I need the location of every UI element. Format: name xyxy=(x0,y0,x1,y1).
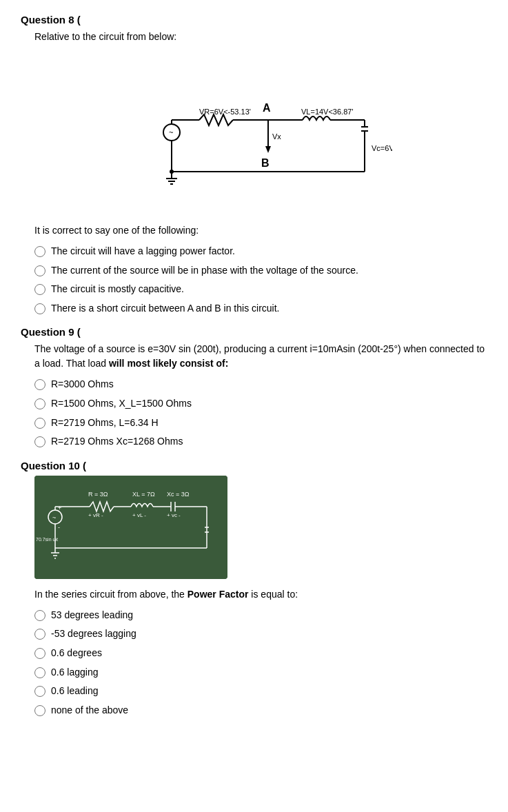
q10-option-2[interactable]: -53 degrees lagging xyxy=(34,627,487,641)
q9-option-4[interactable]: R=2719 Ohms Xc=1268 Ohms xyxy=(34,435,487,449)
q10-option-4[interactable]: 0.6 lagging xyxy=(34,666,487,680)
q8-circuit-diagram: A B xyxy=(34,51,487,210)
q10-option-1[interactable]: 53 degrees leading xyxy=(34,609,487,622)
q9-option-3[interactable]: R=2719 Ohms, L=6.34 H xyxy=(34,416,487,430)
q10-radio-3[interactable] xyxy=(34,648,45,659)
q8-radio-1[interactable] xyxy=(34,246,45,257)
svg-text:Xc = 3Ω: Xc = 3Ω xyxy=(167,491,190,498)
q8-question: It is correct to say one of the followin… xyxy=(34,223,487,238)
q9-title: Question 9 ( xyxy=(21,326,487,338)
q8-option-4[interactable]: There is a short circuit between A and B… xyxy=(34,302,487,316)
svg-text:70.7sin ωt: 70.7sin ωt xyxy=(36,537,58,542)
q8-intro: Relative to the circuit from below: xyxy=(34,30,487,44)
node-a-label: A xyxy=(263,102,271,114)
node-b-label: B xyxy=(261,157,270,169)
q10-radio-4[interactable] xyxy=(34,667,45,678)
q8-radio-4[interactable] xyxy=(34,303,45,314)
q10-option-5[interactable]: 0.6 leading xyxy=(34,684,487,698)
svg-text:~: ~ xyxy=(169,128,173,136)
q9-radio-4[interactable] xyxy=(34,436,45,447)
q9-options: R=3000 Ohms R=1500 Ohms, X_L=1500 Ohms R… xyxy=(34,378,487,448)
q10-title: Question 10 ( xyxy=(21,460,487,471)
q8-options: The circuit will have a lagging power fa… xyxy=(34,245,487,315)
svg-text:+ vL -: + vL - xyxy=(132,512,146,518)
q10-options: 53 degrees leading -53 degrees lagging 0… xyxy=(34,609,487,718)
q10-radio-5[interactable] xyxy=(34,686,45,697)
svg-text:XL = 7Ω: XL = 7Ω xyxy=(132,491,155,498)
q10-option-3[interactable]: 0.6 degrees xyxy=(34,647,487,660)
q9-option-2[interactable]: R=1500 Ohms, X_L=1500 Ohms xyxy=(34,397,487,411)
svg-text:+: + xyxy=(58,505,61,511)
q9-option-1[interactable]: R=3000 Ohms xyxy=(34,378,487,392)
q10-radio-1[interactable] xyxy=(34,610,45,621)
q8-radio-3[interactable] xyxy=(34,284,45,295)
q8-radio-2[interactable] xyxy=(34,265,45,276)
svg-text:~: ~ xyxy=(52,514,56,521)
vl-label: VL=14V<36.87' xyxy=(301,108,354,116)
q10-radio-2[interactable] xyxy=(34,629,45,640)
q9-intro: The voltage of a source is e=30V sin (20… xyxy=(34,342,487,371)
svg-text:+ vR -: + vR - xyxy=(88,512,103,518)
q10-circuit-image: ~ R = 3Ω XL = 7Ω Xc = 3Ω + vR - + vL - +… xyxy=(34,476,227,579)
q9-radio-1[interactable] xyxy=(34,379,45,390)
svg-point-20 xyxy=(170,170,174,174)
q10-circuit-svg: ~ R = 3Ω XL = 7Ω Xc = 3Ω + vR - + vL - +… xyxy=(34,476,227,579)
question-10: Question 10 ( xyxy=(21,460,487,718)
q10-circuit-container: ~ R = 3Ω XL = 7Ω Xc = 3Ω + vR - + vL - +… xyxy=(34,476,487,579)
q10-radio-6[interactable] xyxy=(34,705,45,716)
q8-option-1[interactable]: The circuit will have a lagging power fa… xyxy=(34,245,487,258)
svg-text:R = 3Ω: R = 3Ω xyxy=(88,491,108,498)
svg-marker-3 xyxy=(265,146,271,153)
q9-radio-3[interactable] xyxy=(34,418,45,429)
vc-label: Vc=6V<-143.13' xyxy=(372,144,392,152)
q8-circuit-svg: A B xyxy=(130,51,392,210)
question-9: Question 9 ( The voltage of a source is … xyxy=(21,326,487,448)
svg-text:+ vc -: + vc - xyxy=(167,512,181,518)
svg-rect-21 xyxy=(34,476,227,579)
vr-label: VR=6V<-53.13' xyxy=(199,108,251,116)
question-8: Question 8 ( Relative to the circuit fro… xyxy=(21,14,487,315)
svg-text:-: - xyxy=(58,524,60,531)
q8-option-2[interactable]: The current of the source will be in pha… xyxy=(34,264,487,278)
q8-title: Question 8 ( xyxy=(21,14,487,26)
vx-label: Vx xyxy=(272,132,281,141)
q9-radio-2[interactable] xyxy=(34,398,45,409)
q8-option-3[interactable]: The circuit is mostly capacitive. xyxy=(34,283,487,296)
q10-question: In the series circuit from above, the Po… xyxy=(34,587,487,602)
q10-option-6[interactable]: none of the above xyxy=(34,704,487,718)
